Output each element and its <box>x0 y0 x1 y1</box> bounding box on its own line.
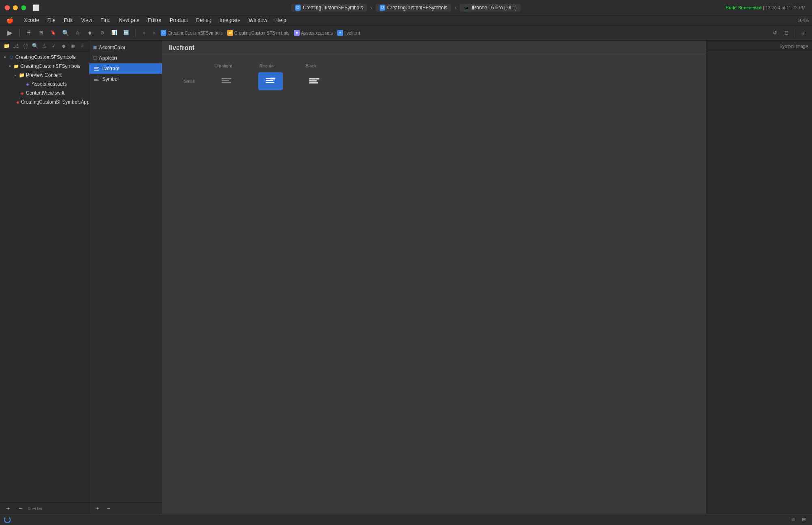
apple-menu[interactable]: 🍎 <box>3 16 17 24</box>
bottom-toggle-btn[interactable]: ⊙ <box>788 515 797 524</box>
inspector-toggle[interactable]: ⊞ <box>36 28 46 38</box>
navigator-toggle[interactable]: ☰ <box>24 28 34 38</box>
menu-product[interactable]: Product <box>166 16 191 24</box>
breakpoints-icon[interactable]: ◉ <box>69 41 77 50</box>
warning-btn[interactable]: ⚠ <box>73 28 82 38</box>
xcassets-icon: ◈ <box>25 81 30 87</box>
tree-item-assets[interactable]: ▸ ◈ Assets.xcassets <box>0 80 89 89</box>
bc-chevron-3: › <box>335 30 336 35</box>
add-file-button[interactable]: + <box>3 503 13 513</box>
tree-item-group[interactable]: ▾ 📁 CreatingCustomSFSymbols <box>0 62 89 71</box>
menu-help[interactable]: Help <box>272 16 289 24</box>
svg-rect-5 <box>94 80 99 81</box>
add-asset-button[interactable]: + <box>93 503 102 513</box>
asset-item-accentcolor[interactable]: AccentColor <box>89 42 162 53</box>
symbol-preview-regular <box>264 75 277 88</box>
sidebar-toggle-button[interactable]: ⬜ <box>31 3 41 13</box>
breadcrumb-item-4[interactable]: ≡ livefront <box>337 30 360 36</box>
symbol-grid-area: Ultralight Regular Black Small <box>162 55 706 514</box>
tests-icon[interactable]: ✓ <box>50 41 58 50</box>
bc-chevron-2: › <box>291 30 292 35</box>
tree-item-preview[interactable]: ▸ 📁 Preview Content <box>0 71 89 80</box>
filter-wrap: ⊙ Filter <box>28 506 86 511</box>
tree-item-root-project[interactable]: ▾ ⬡ CreatingCustomSFSymbols <box>0 53 89 62</box>
file-navigator: 📁 ⎇ { } 🔍 ⚠ ✓ ◆ ◉ ≡ ▾ ⬡ CreatingCustomSF… <box>0 41 89 514</box>
refresh-btn[interactable]: ↺ <box>770 28 780 38</box>
breadcrumb-item-3[interactable]: ◈ Assets.xcassets <box>294 30 333 36</box>
clock: 10:06 <box>797 18 809 23</box>
breadcrumb-bar: ⬡ CreatingCustomSFSymbols › 📁 CreatingCu… <box>161 30 768 36</box>
breadcrumb-item-2[interactable]: 📁 CreatingCustomSFSymbols <box>227 30 289 36</box>
run-button[interactable]: ▶ <box>4 27 15 39</box>
nav-arrows: ‹ › <box>140 28 158 37</box>
symbol-cell-ultralight[interactable] <box>214 72 239 90</box>
search-btn[interactable]: 🔍 <box>60 28 70 38</box>
files-icon[interactable]: 📁 <box>2 41 11 50</box>
breakpoint-btn[interactable]: ◆ <box>85 28 95 38</box>
symbol-cell-black[interactable] <box>302 72 326 90</box>
breadcrumb-symbol-icon: ≡ <box>337 30 343 36</box>
project-tab-label: CreatingCustomSFSymbols <box>303 5 363 11</box>
asset-item-symbol[interactable]: Symbol <box>89 74 162 84</box>
asset-label-appicon: AppIcon <box>99 55 117 61</box>
runtime-btn[interactable]: ⊙ <box>97 28 107 38</box>
menu-view[interactable]: View <box>78 16 95 24</box>
minimize-button[interactable] <box>13 5 18 10</box>
inspector: Symbol Image <box>706 41 812 514</box>
maximize-button[interactable] <box>21 5 26 10</box>
file-tree: ▾ ⬡ CreatingCustomSFSymbols ▾ 📁 Creating… <box>0 51 89 502</box>
breadcrumb-item-1[interactable]: ⬡ CreatingCustomSFSymbols <box>161 30 223 36</box>
build-status: Build Succeeded | 12/2/24 at 11:03 PM <box>726 5 806 10</box>
remove-file-button[interactable]: − <box>15 503 25 513</box>
tree-item-contentview[interactable]: ▸ ◈ ContentView.swift <box>0 89 89 97</box>
main-content: livefront Ultralight Regular Black Small <box>162 41 706 514</box>
tab-separator: › <box>370 4 372 11</box>
bottom-console-btn[interactable]: ⊟ <box>799 515 808 524</box>
layout-btn[interactable]: ⊟ <box>782 28 791 38</box>
project-icon: ⬡ <box>295 5 301 11</box>
menu-editor[interactable]: Editor <box>145 16 165 24</box>
memory-btn[interactable]: 📊 <box>109 28 119 38</box>
svg-rect-0 <box>94 67 99 68</box>
asset-item-appicon[interactable]: AppIcon <box>89 53 162 63</box>
localize-btn[interactable]: 🔤 <box>121 28 131 38</box>
source-control-icon[interactable]: ⎇ <box>12 41 20 50</box>
menu-window[interactable]: Window <box>245 16 270 24</box>
asset-item-livefront[interactable]: livefront <box>89 63 162 74</box>
close-button[interactable] <box>5 5 10 10</box>
breadcrumb-folder-icon: 📁 <box>227 30 233 36</box>
preview-folder-icon: 📁 <box>19 72 25 78</box>
device-tab[interactable]: 📱 iPhone 16 Pro (18.1) <box>460 4 521 12</box>
symbols-icon[interactable]: { } <box>22 41 30 50</box>
source-tab-label: CreatingCustomSFSymbols <box>387 5 447 11</box>
filter-label: Filter <box>32 506 42 511</box>
project-tab[interactable]: ⬡ CreatingCustomSFSymbols <box>291 4 367 12</box>
right-toolbar: ↺ ⊟ + <box>770 28 808 38</box>
source-icon: ⬡ <box>380 5 385 11</box>
remove-asset-button[interactable]: − <box>104 503 114 513</box>
menu-find[interactable]: Find <box>97 16 114 24</box>
folder-file-icon: 📁 <box>13 63 19 69</box>
spacer-cv: ▸ <box>13 91 18 95</box>
breadcrumb-asset-icon: ◈ <box>294 30 300 36</box>
menu-edit[interactable]: Edit <box>60 16 76 24</box>
tree-item-app[interactable]: ▸ ◈ CreatingCustomSFSymbolsApp... <box>0 97 89 106</box>
back-arrow[interactable]: ‹ <box>140 28 149 37</box>
toolbar: ▶ ☰ ⊞ 🔖 🔍 ⚠ ◆ ⊙ 📊 🔤 ‹ › ⬡ CreatingCustom… <box>0 25 812 41</box>
source-tab[interactable]: ⬡ CreatingCustomSFSymbols <box>376 4 451 12</box>
asset-catalog-sidebar: AccentColor AppIcon livefront <box>89 41 162 514</box>
find-icon[interactable]: 🔍 <box>31 41 39 50</box>
content-header: livefront <box>162 41 706 55</box>
add-editor-btn[interactable]: + <box>798 28 808 38</box>
menu-file[interactable]: File <box>44 16 59 24</box>
menu-debug[interactable]: Debug <box>193 16 215 24</box>
forward-arrow[interactable]: › <box>149 28 158 37</box>
menu-navigate[interactable]: Navigate <box>115 16 143 24</box>
menu-xcode[interactable]: Xcode <box>21 16 42 24</box>
menu-integrate[interactable]: Integrate <box>216 16 244 24</box>
reports-icon[interactable]: ≡ <box>78 41 86 50</box>
issues-icon[interactable]: ⚠ <box>40 41 48 50</box>
symbol-cell-regular[interactable] <box>258 72 283 90</box>
bookmarks-btn[interactable]: 🔖 <box>48 28 58 38</box>
debug-icon[interactable]: ◆ <box>59 41 67 50</box>
